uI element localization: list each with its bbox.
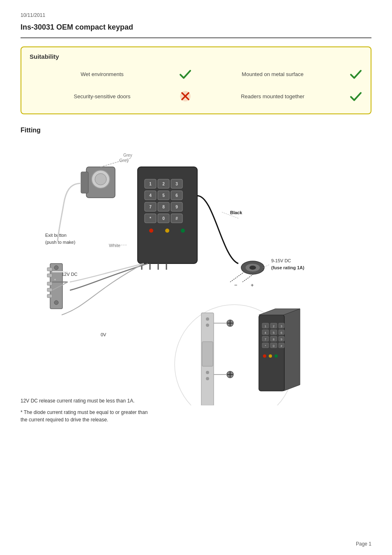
svg-text:6: 6 — [175, 193, 178, 198]
check-icon-metal — [349, 67, 362, 81]
mounting-screws — [214, 320, 233, 378]
svg-rect-14 — [47, 288, 52, 291]
svg-text:1: 1 — [149, 182, 152, 186]
suitability-grid: Wet environments Mounted on metal surfac… — [30, 65, 362, 105]
svg-text:#: # — [175, 216, 178, 221]
svg-rect-11 — [47, 268, 52, 271]
svg-text:7: 7 — [149, 205, 152, 209]
suitability-section: Suitability Wet environments Mounted on … — [21, 46, 371, 114]
svg-text:4: 4 — [149, 193, 152, 198]
svg-text:*: * — [150, 216, 151, 221]
svg-text:8: 8 — [273, 338, 274, 341]
svg-text:3: 3 — [175, 182, 178, 186]
check-icon-readers — [349, 90, 362, 103]
document-title: Ins-30031 OEM compact keypad — [21, 23, 371, 32]
svg-line-7 — [101, 158, 131, 167]
svg-rect-13 — [47, 282, 52, 285]
svg-text:9: 9 — [175, 205, 178, 209]
suitability-item-metal: Mounted on metal surface — [200, 65, 362, 83]
suitability-item-wet: Wet environments — [30, 65, 192, 83]
svg-text:Grey: Grey — [123, 153, 132, 157]
svg-line-57 — [230, 272, 244, 282]
svg-text:#: # — [281, 345, 282, 347]
svg-point-63 — [206, 317, 209, 321]
svg-point-5 — [95, 173, 106, 185]
svg-point-106 — [269, 354, 272, 358]
document-date: 10/11/2011 — [21, 12, 371, 18]
svg-point-64 — [206, 324, 209, 327]
keypad-3d-view: 1 2 3 4 5 6 7 8 9 * — [259, 309, 300, 391]
svg-line-59 — [222, 212, 238, 218]
svg-text:4: 4 — [265, 331, 266, 334]
cross-icon-security — [179, 90, 192, 103]
svg-text:2: 2 — [273, 325, 274, 328]
door-edge-plate: ▓ — [201, 313, 214, 405]
fitting-diagram: Grey Exit button(push to make) White Bla… — [21, 142, 371, 409]
svg-text:3: 3 — [281, 325, 282, 328]
power-connector — [230, 261, 264, 282]
svg-text:6: 6 — [281, 331, 282, 334]
svg-text:1: 1 — [265, 325, 266, 328]
svg-text:5: 5 — [162, 193, 165, 198]
svg-rect-12 — [47, 274, 52, 277]
check-icon-wet — [179, 67, 192, 81]
svg-point-49 — [181, 229, 185, 233]
suitability-heading: Suitability — [30, 53, 362, 60]
suitability-label-readers: Readers mounted together — [200, 93, 345, 99]
svg-point-107 — [274, 354, 278, 358]
suitability-item-security: Security-sensitive doors — [30, 87, 192, 105]
svg-point-48 — [165, 229, 169, 233]
suitability-label-security: Security-sensitive doors — [30, 93, 175, 99]
note-2: * The diode current rating must be equal… — [21, 409, 152, 423]
exit-button-device — [81, 167, 115, 198]
svg-point-105 — [263, 354, 266, 358]
svg-rect-15 — [47, 294, 52, 298]
svg-text:*: * — [265, 345, 266, 347]
svg-rect-67 — [202, 342, 213, 366]
svg-marker-78 — [284, 309, 300, 391]
svg-text:7: 7 — [265, 338, 266, 341]
suitability-label-metal: Mounted on metal surface — [200, 71, 345, 77]
suitability-item-readers: Readers mounted together — [200, 87, 362, 105]
svg-point-56 — [249, 266, 256, 270]
svg-text:8: 8 — [162, 205, 165, 209]
svg-text:0: 0 — [162, 216, 165, 221]
suitability-label-wet: Wet environments — [30, 71, 175, 77]
fitting-heading: Fitting — [21, 127, 371, 134]
svg-text:2: 2 — [162, 182, 165, 186]
svg-text:9: 9 — [281, 338, 282, 341]
fitting-svg: Grey * — [21, 142, 316, 405]
page-number: Page 1 — [356, 541, 371, 547]
svg-text:5: 5 — [273, 331, 274, 334]
svg-point-66 — [206, 377, 209, 380]
svg-text:0: 0 — [273, 345, 274, 347]
svg-point-17 — [54, 266, 58, 270]
keypad-front-view: 1 2 3 4 5 6 7 8 9 * — [138, 167, 197, 270]
svg-point-65 — [206, 371, 209, 374]
svg-point-18 — [54, 301, 58, 305]
svg-rect-6 — [81, 172, 88, 193]
title-divider — [21, 37, 371, 38]
svg-point-47 — [149, 229, 153, 233]
